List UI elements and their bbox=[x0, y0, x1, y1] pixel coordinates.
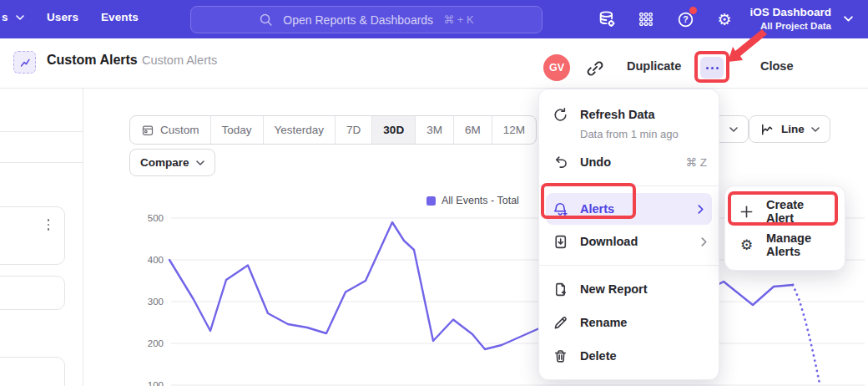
plus-icon bbox=[739, 204, 754, 220]
menu-item-label: Refresh Data bbox=[580, 108, 654, 121]
chevron-down-icon bbox=[844, 16, 853, 22]
refresh-icon bbox=[553, 107, 568, 123]
help-icon[interactable]: ? bbox=[674, 8, 696, 30]
more-button[interactable] bbox=[700, 57, 724, 79]
sidebar-row-divider bbox=[0, 131, 83, 132]
chevron-right-icon bbox=[698, 205, 704, 214]
ellipsis-icon bbox=[706, 67, 709, 69]
menu-item-download[interactable]: Download bbox=[539, 225, 719, 258]
sidebar-row-divider bbox=[0, 162, 83, 163]
nav-item-events[interactable]: Events bbox=[101, 11, 139, 23]
kebab-icon[interactable] bbox=[48, 219, 50, 231]
undo-icon bbox=[553, 155, 568, 170]
svg-text:400: 400 bbox=[148, 255, 164, 265]
project-subtitle: All Project Data bbox=[749, 20, 831, 32]
range-yesterday[interactable]: Yesterday bbox=[263, 116, 336, 144]
menu-item-label: Create Alert bbox=[766, 198, 833, 225]
search-shortcut: ⌘ + K bbox=[443, 13, 474, 26]
menu-item-new-report[interactable]: New Report bbox=[539, 272, 719, 306]
chevron-down-icon bbox=[196, 160, 204, 165]
duplicate-button[interactable]: Duplicate bbox=[627, 59, 681, 73]
svg-text:?: ? bbox=[683, 14, 688, 24]
menu-divider bbox=[539, 265, 719, 266]
avatar[interactable]: GV bbox=[543, 54, 570, 81]
submenu-item-create-alert[interactable]: Create Alert bbox=[725, 195, 845, 228]
range-30d[interactable]: 30D bbox=[371, 116, 415, 144]
chevron-down-icon bbox=[16, 15, 24, 20]
alerts-submenu: Create Alert ⚙ Manage Alerts bbox=[724, 185, 845, 271]
report-icon bbox=[13, 51, 36, 74]
menu-item-label: Undo bbox=[580, 155, 611, 169]
download-icon bbox=[553, 234, 568, 250]
range-6m[interactable]: 6M bbox=[453, 116, 492, 144]
svg-text:200: 200 bbox=[148, 338, 164, 348]
report-options-menu: Refresh Data Data from 1 min ago Undo ⌘ … bbox=[538, 89, 719, 380]
range-3m[interactable]: 3M bbox=[415, 116, 453, 144]
range-custom[interactable]: Custom bbox=[130, 116, 210, 144]
chart-type-button[interactable]: Line bbox=[749, 115, 830, 143]
project-selector[interactable]: iOS Dashboard All Project Data bbox=[749, 4, 831, 32]
menu-item-label: Download bbox=[580, 235, 638, 248]
menu-item-rename[interactable]: Rename bbox=[539, 306, 719, 339]
sidebar-card[interactable] bbox=[0, 276, 65, 310]
svg-text:500: 500 bbox=[148, 213, 164, 223]
gear-icon[interactable]: ⚙ bbox=[714, 8, 735, 30]
svg-text:100: 100 bbox=[148, 380, 164, 386]
sidebar-divider bbox=[83, 88, 83, 386]
menu-item-label: Alerts bbox=[580, 202, 614, 216]
menu-item-delete[interactable]: Delete bbox=[539, 339, 719, 373]
range-today[interactable]: Today bbox=[210, 116, 263, 144]
data-icon[interactable] bbox=[596, 8, 618, 30]
delete-icon bbox=[553, 348, 568, 364]
line-chart-icon bbox=[760, 122, 775, 137]
search-placeholder: Open Reports & Dashboards bbox=[283, 13, 433, 27]
chart-legend[interactable]: All Events - Total bbox=[426, 195, 519, 206]
breadcrumb: Custom Alerts bbox=[142, 53, 217, 67]
alert-bell-icon bbox=[553, 201, 568, 217]
chevron-down-icon bbox=[729, 127, 738, 132]
sidebar-card[interactable] bbox=[0, 357, 65, 386]
report-header: Custom Alerts Custom Alerts GV Duplicate… bbox=[0, 38, 868, 89]
close-button[interactable]: Close bbox=[760, 59, 794, 73]
menu-item-alerts[interactable]: Alerts bbox=[546, 193, 712, 225]
menu-item-undo[interactable]: Undo ⌘ Z bbox=[539, 145, 719, 179]
menu-item-label: Rename bbox=[580, 316, 627, 329]
search-icon bbox=[259, 13, 273, 27]
menu-item-label: New Report bbox=[580, 282, 648, 296]
calendar-icon bbox=[141, 124, 154, 137]
range-7d[interactable]: 7D bbox=[335, 116, 371, 144]
link-icon[interactable] bbox=[586, 59, 604, 78]
nav-item-users[interactable]: Users bbox=[47, 11, 78, 23]
range-12m[interactable]: 12M bbox=[492, 116, 536, 144]
compare-button[interactable]: Compare bbox=[129, 149, 215, 176]
chevron-down-icon bbox=[811, 127, 820, 132]
menu-item-refresh-data[interactable]: Refresh Data bbox=[539, 98, 719, 131]
sidebar-card[interactable] bbox=[0, 206, 65, 265]
legend-swatch bbox=[426, 196, 436, 206]
svg-text:300: 300 bbox=[148, 297, 164, 307]
rename-icon bbox=[553, 315, 568, 331]
new-report-icon bbox=[553, 282, 568, 297]
undo-shortcut: ⌘ Z bbox=[686, 155, 708, 169]
search-input[interactable]: Open Reports & Dashboards ⌘ + K bbox=[190, 6, 542, 33]
menu-divider bbox=[539, 185, 719, 186]
apps-icon[interactable] bbox=[635, 8, 657, 30]
gear-icon: ⚙ bbox=[739, 237, 754, 253]
compare-label: Compare bbox=[140, 156, 189, 169]
notification-badge bbox=[689, 7, 697, 14]
date-range-segmented: CustomTodayYesterday7D30D3M6M12M bbox=[129, 115, 537, 145]
chevron-right-icon bbox=[701, 237, 707, 246]
app-window: 500400300200100 All Events - Total Custo… bbox=[0, 0, 868, 386]
menu-item-label: Delete bbox=[580, 349, 617, 363]
project-title: iOS Dashboard bbox=[749, 4, 831, 20]
submenu-item-manage-alerts[interactable]: ⚙ Manage Alerts bbox=[725, 228, 845, 262]
menu-item-label: Manage Alerts bbox=[766, 231, 833, 258]
page-title: Custom Alerts bbox=[47, 53, 138, 68]
nav-item-partial[interactable]: s bbox=[2, 11, 24, 23]
legend-label: All Events - Total bbox=[442, 195, 519, 206]
chart-type-label: Line bbox=[781, 123, 805, 135]
refresh-data-subtext: Data from 1 min ago bbox=[580, 128, 719, 140]
top-navbar: s Users Events Open Reports & Dashboards… bbox=[0, 0, 868, 38]
